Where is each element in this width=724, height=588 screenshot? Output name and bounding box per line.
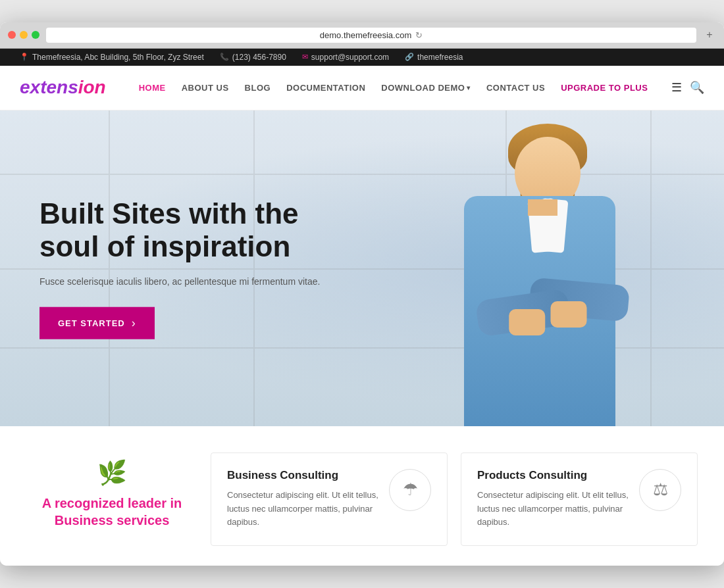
brand-card-icon: 🌿 (33, 459, 191, 487)
url-text: demo.themefreesia.com (320, 30, 411, 40)
address-text: Themefreesia, Abc Building, 5th Floor, Z… (32, 53, 204, 62)
browser-window: demo.themefreesia.com ↻ + 📍 Themefreesia… (0, 22, 724, 566)
nav-icons: ☰ 🔍 (671, 80, 704, 95)
browser-chrome: demo.themefreesia.com ↻ + (0, 22, 724, 49)
url-bar[interactable]: demo.themefreesia.com ↻ (46, 28, 696, 43)
email-icon: ✉ (302, 53, 308, 61)
hero-content: Built Sites with the soul of inspiration… (39, 197, 355, 340)
search-icon[interactable]: 🔍 (690, 80, 704, 95)
dropdown-chevron: ▾ (467, 84, 471, 91)
hero-section: Built Sites with the soul of inspiration… (0, 110, 724, 426)
leaf-icon: 🌿 (97, 459, 127, 486)
add-tab-button[interactable]: + (703, 28, 716, 41)
cta-label: GET STARTED (58, 318, 125, 328)
email-text: support@support.com (311, 53, 389, 62)
location-icon: 📍 (20, 53, 29, 61)
menu-icon[interactable]: ☰ (671, 80, 682, 95)
nav-download-label: DOWNLOAD DEMO (381, 83, 465, 93)
cards-section: 🌿 A recognized leader in Business servic… (0, 426, 724, 566)
minimize-dot[interactable] (20, 31, 28, 39)
business-consulting-card: Business Consulting Consectetur adipisci… (211, 453, 448, 546)
nav-documentation[interactable]: DOCUMENTATION (280, 78, 372, 98)
site-logo[interactable]: extension (20, 77, 106, 98)
brand-card: 🌿 A recognized leader in Business servic… (26, 453, 197, 535)
nav-upgrade[interactable]: UPGRADE TO PLUS (554, 78, 654, 98)
brand-text: themefreesia (417, 53, 463, 62)
nav-about[interactable]: ABOUT US (175, 78, 236, 98)
browser-dots (8, 31, 39, 39)
nav-home[interactable]: HOME (132, 78, 172, 98)
scale-icon: ⚖ (639, 469, 681, 511)
hero-subtitle: Fusce scelerisque iaculis libero, ac pel… (39, 274, 355, 289)
umbrella-icon: ☂ (389, 469, 431, 511)
business-card-title: Business Consulting (227, 469, 378, 482)
phone-text: (123) 456-7890 (232, 53, 286, 62)
logo-accent: ion (78, 77, 106, 97)
maximize-dot[interactable] (32, 31, 39, 39)
top-info-bar: 📍 Themefreesia, Abc Building, 5th Floor,… (0, 49, 724, 66)
nav-blog[interactable]: BLOG (238, 78, 278, 98)
business-card-content: Business Consulting Consectetur adipisci… (227, 469, 378, 529)
brand-item: 🔗 themefreesia (405, 53, 463, 62)
site-header: extension HOME ABOUT US BLOG DOCUMENTATI… (0, 66, 724, 110)
hero-person-image (408, 110, 671, 426)
brand-icon: 🔗 (405, 53, 414, 61)
email-item: ✉ support@support.com (302, 53, 389, 62)
logo-text: extens (20, 77, 78, 97)
refresh-icon[interactable]: ↻ (415, 30, 423, 40)
products-consulting-card: Products Consulting Consectetur adipisci… (461, 453, 698, 546)
nav-contact[interactable]: CONTACT US (480, 78, 552, 98)
products-card-text: Consectetur adipiscing elit. Ut elit tel… (477, 489, 629, 529)
phone-icon: 📞 (220, 53, 229, 61)
products-card-content: Products Consulting Consectetur adipisci… (477, 469, 629, 529)
brand-card-title: A recognized leader in Business services (33, 495, 191, 529)
main-nav: HOME ABOUT US BLOG DOCUMENTATION DOWNLOA… (132, 78, 665, 98)
phone-item: 📞 (123) 456-7890 (220, 53, 286, 62)
hero-title: Built Sites with the soul of inspiration (39, 197, 355, 264)
get-started-button[interactable]: GET STARTED › (39, 307, 155, 339)
scale-symbol: ⚖ (653, 479, 668, 500)
nav-download-demo[interactable]: DOWNLOAD DEMO ▾ (375, 78, 477, 98)
close-dot[interactable] (8, 31, 16, 39)
address-item: 📍 Themefreesia, Abc Building, 5th Floor,… (20, 53, 204, 62)
business-card-text: Consectetur adipiscing elit. Ut elit tel… (227, 489, 378, 529)
cta-arrow: › (132, 316, 136, 330)
umbrella-symbol: ☂ (403, 479, 418, 500)
products-card-title: Products Consulting (477, 469, 629, 482)
